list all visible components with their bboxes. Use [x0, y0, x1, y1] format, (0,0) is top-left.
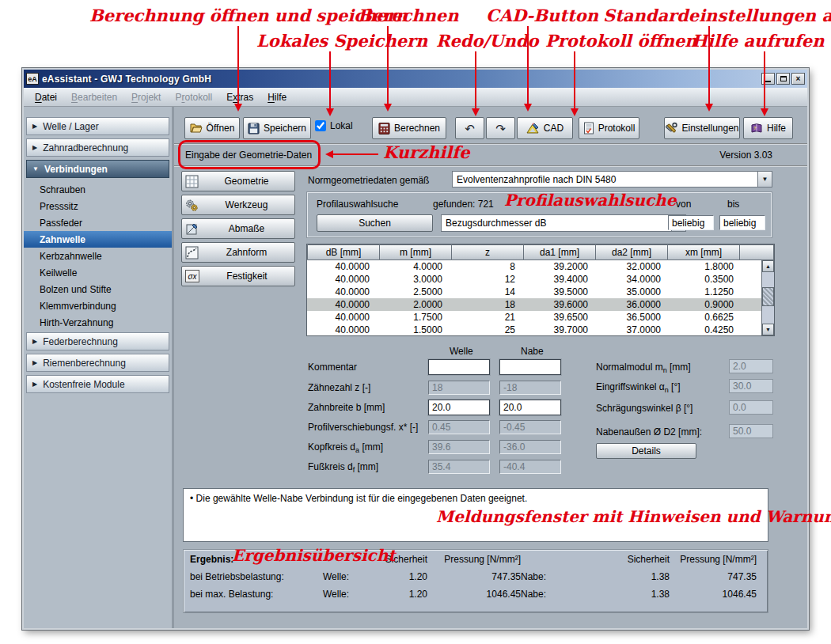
screenshot-canvas: eA eAssistant - GWJ Technology GmbH × Da…: [0, 0, 831, 644]
cad-button[interactable]: CAD: [517, 117, 573, 139]
table-row[interactable]: 40.00003.00001239.400034.00000.3500: [307, 273, 774, 286]
details-button[interactable]: Details: [596, 443, 696, 459]
column-header-filler: [739, 244, 774, 260]
annotation-arrow-line: [237, 26, 239, 108]
kommentar-nabe-input[interactable]: [499, 359, 561, 375]
book-icon: ?: [750, 123, 763, 134]
zahnform-tab-button[interactable]: Zahnform: [181, 242, 295, 263]
sidebar-item-hirth-verzahnung[interactable]: Hirth-Verzahnung: [24, 314, 172, 331]
vertical-scrollbar[interactable]: ▲ ▼: [761, 260, 774, 335]
bis-label: bis: [727, 199, 739, 210]
menu-extras[interactable]: Extras: [220, 89, 260, 105]
gears-icon: [185, 199, 199, 212]
maximize-button[interactable]: [776, 73, 790, 85]
kopfkreis-label: Kopfkreis da [mm]: [308, 441, 383, 454]
scrollbar-thumb[interactable]: [762, 287, 774, 306]
werkzeug-tab-button[interactable]: Werkzeug: [181, 195, 295, 215]
redo-button[interactable]: ↷: [486, 117, 515, 139]
nabenaussen-field: [729, 424, 773, 438]
von-label: von: [676, 199, 691, 210]
sidebar-item-kostenfreie-module[interactable]: ▶Kostenfreie Module: [26, 375, 169, 393]
table-row[interactable]: 40.00004.0000839.200032.00001.8000: [307, 260, 774, 273]
sidebar-item-federberechnung[interactable]: ▶Federberechnung: [26, 332, 169, 350]
annotation-arrow-line: [527, 26, 529, 108]
sidebar-item-bolzen-und-stifte[interactable]: Bolzen und Stifte: [24, 281, 172, 297]
scroll-up-button[interactable]: ▲: [762, 260, 774, 272]
menu-datei[interactable]: Datei: [28, 89, 63, 105]
search-button[interactable]: Suchen: [317, 214, 433, 232]
abmasse-tab-button[interactable]: Abmaße: [181, 218, 295, 239]
protocol-button[interactable]: Protokoll: [579, 117, 639, 139]
sidebar-item-zahnradberechnung[interactable]: ▶Zahnradberechnung: [26, 138, 169, 157]
sidebar-item-klemmverbindung[interactable]: Klemmverbindung: [24, 297, 172, 314]
bis-input[interactable]: [719, 215, 765, 230]
column-header[interactable]: da2 [mm]: [595, 244, 668, 260]
annotation-arrow-line: [764, 51, 765, 113]
zahnbreite-nabe-input[interactable]: [499, 400, 561, 415]
norm-geometry-select[interactable]: Evolventenzahnprofile nach DIN 5480 ▼: [452, 171, 772, 188]
local-checkbox-group[interactable]: Lokal: [315, 120, 353, 131]
annotation-profile-search: Profilauswahlsuche: [504, 191, 676, 210]
save-button[interactable]: Speichern: [243, 117, 311, 139]
calculator-icon: [378, 123, 390, 134]
sidebar-item-riemenberechnung[interactable]: ▶Riemenberechnung: [26, 354, 169, 372]
festigkeit-tab-button[interactable]: σx Festigkeit: [181, 266, 295, 286]
table-row[interactable]: 40.00001.75002139.650036.50000.6625: [307, 311, 774, 324]
table-row-selected[interactable]: 40.00002.00001839.600036.00000.9000: [307, 298, 774, 311]
local-checkbox[interactable]: [315, 120, 326, 131]
cad-icon: [526, 122, 540, 134]
maximize-icon: [780, 76, 787, 81]
von-input[interactable]: [668, 215, 714, 230]
column-header[interactable]: m [mm]: [379, 244, 452, 260]
eingriffswinkel-label: Eingriffswinkel αn [°]: [596, 381, 681, 394]
menu-hilfe[interactable]: Hilfe: [261, 89, 293, 105]
sidebar-item-welle-lager[interactable]: ▶Welle / Lager: [26, 117, 169, 135]
zahnbreite-welle-input[interactable]: [428, 400, 490, 415]
table-row[interactable]: 40.00001.50002539.700037.00000.4250: [307, 324, 774, 336]
grid-icon: [185, 175, 199, 188]
sidebar-item-keilwelle[interactable]: Keilwelle: [24, 264, 172, 281]
undo-button[interactable]: ↶: [455, 117, 484, 139]
sidebar-item-verbindungen[interactable]: ▼Verbindungen: [26, 160, 169, 178]
sidebar-item-zahnwelle[interactable]: Zahnwelle: [24, 231, 172, 248]
menu-projekt: Projekt: [125, 89, 167, 105]
nabe-label: Nabe:: [521, 571, 589, 582]
normalmodul-label: Normalmodul mn [mm]: [596, 362, 691, 374]
annotation-arrow-line: [574, 51, 575, 113]
column-header[interactable]: xm [mm]: [667, 244, 740, 260]
search-criterion-select[interactable]: Bezugsdurchmesser dB ▼: [441, 214, 686, 232]
result-value: 1.20: [370, 589, 427, 600]
fusskreis-welle-field: [428, 460, 490, 474]
help-button[interactable]: ? Hilfe: [743, 117, 793, 139]
kommentar-label: Kommentar: [308, 362, 357, 374]
svg-text:?: ?: [753, 126, 757, 131]
table-row[interactable]: 40.00002.50001439.500035.00001.1250: [307, 286, 774, 298]
local-checkbox-label: Lokal: [330, 120, 353, 131]
close-button[interactable]: ×: [791, 73, 805, 85]
app-icon: eA: [26, 73, 39, 85]
chevron-right-icon: ▶: [32, 381, 37, 388]
folder-open-icon: [190, 122, 203, 134]
sidebar-item-kerbzahnwelle[interactable]: Kerbzahnwelle: [24, 248, 172, 264]
sidebar-item-passfeder[interactable]: Passfeder: [24, 214, 172, 231]
pressung-header: Pressung [N/mm²]: [427, 554, 521, 565]
normalmodul-field: [729, 359, 773, 373]
open-button[interactable]: Öffnen: [184, 117, 240, 139]
scroll-down-button[interactable]: ▼: [762, 324, 774, 335]
sidebar-item-presssitz[interactable]: Presssitz: [24, 198, 172, 214]
geometrie-tab-button[interactable]: Geometrie: [181, 171, 295, 191]
title-bar[interactable]: eA eAssistant - GWJ Technology GmbH ×: [24, 70, 807, 88]
column-header[interactable]: z: [451, 244, 524, 260]
sidebar-item-schrauben[interactable]: Schrauben: [24, 181, 172, 198]
result-value: 1046.45: [427, 589, 521, 600]
settings-button[interactable]: Einstellungen: [664, 117, 740, 139]
bullet-icon: •: [190, 493, 193, 504]
schraegungswinkel-label: Schrägungswinkel β [°]: [596, 403, 692, 415]
kopfkreis-welle-field: [428, 440, 490, 454]
column-header[interactable]: dB [mm]: [307, 244, 380, 260]
dropdown-arrow-icon[interactable]: ▼: [757, 172, 772, 187]
result-row-label: bei max. Belastung:: [190, 589, 323, 600]
kommentar-welle-input[interactable]: [428, 359, 490, 375]
column-header[interactable]: da1 [mm]: [523, 244, 596, 260]
calculate-button[interactable]: Berechnen: [372, 117, 446, 139]
